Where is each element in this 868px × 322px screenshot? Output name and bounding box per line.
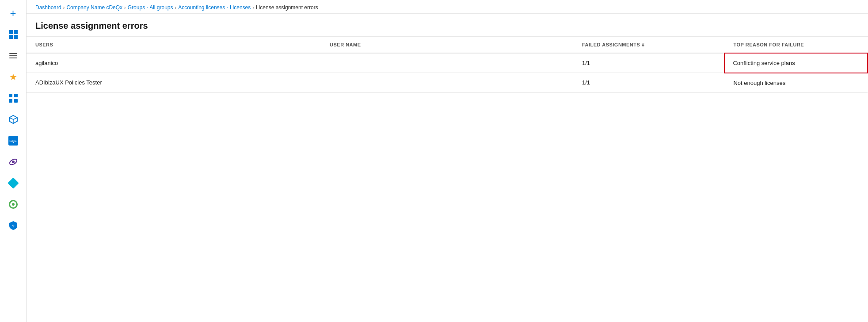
- cell-users: agilanico: [27, 53, 321, 73]
- breadcrumb-groups[interactable]: Groups - All groups: [128, 4, 173, 11]
- grid-icon: [9, 94, 18, 103]
- table-row[interactable]: agilanico1/1Conflicting service plans: [27, 53, 868, 73]
- diamond-icon: [8, 177, 19, 188]
- breadcrumb-current: License assignment errors: [256, 4, 318, 11]
- breadcrumb-sep-3: ›: [175, 5, 177, 10]
- main-content: Dashboard › Company Name cDeQx › Groups …: [27, 0, 868, 322]
- breadcrumb-sep-4: ›: [252, 5, 254, 10]
- cell-reason: Conflicting service plans: [724, 53, 868, 73]
- cell-reason: Not enough licenses: [724, 73, 868, 93]
- cell-failed-assignments: 1/1: [573, 53, 725, 73]
- svg-rect-6: [9, 99, 12, 103]
- sidebar-item-circle-dot[interactable]: [4, 195, 23, 214]
- svg-point-13: [12, 161, 15, 163]
- table-row[interactable]: ADIbizaUX Policies Tester1/1Not enough l…: [27, 73, 868, 93]
- breadcrumb-company[interactable]: Company Name cDeQx: [66, 4, 122, 11]
- svg-rect-5: [14, 94, 18, 97]
- assignment-errors-table: USERS USER NAME FAILED ASSIGNMENTS # TOP…: [27, 37, 868, 93]
- orbit-icon: [8, 157, 18, 167]
- sidebar-item-sql[interactable]: SQL: [4, 131, 23, 150]
- sidebar-item-package[interactable]: [4, 110, 23, 129]
- cell-failed-assignments: 1/1: [573, 73, 725, 93]
- svg-rect-1: [14, 30, 18, 34]
- svg-text:?: ?: [12, 224, 15, 228]
- svg-line-11: [13, 118, 17, 119]
- sidebar-item-list[interactable]: [4, 46, 23, 65]
- shield-icon: ?: [9, 221, 18, 230]
- table-container: USERS USER NAME FAILED ASSIGNMENTS # TOP…: [27, 37, 868, 322]
- sql-icon: SQL: [8, 136, 18, 146]
- sidebar-item-plus[interactable]: +: [4, 4, 23, 23]
- sidebar-item-dashboard[interactable]: [4, 25, 23, 44]
- sidebar-item-shield[interactable]: ?: [4, 216, 23, 235]
- sidebar: + ★ SQL: [0, 0, 27, 322]
- plus-icon: +: [10, 8, 16, 19]
- star-icon: ★: [9, 72, 17, 82]
- svg-rect-0: [9, 30, 13, 34]
- package-icon: [8, 115, 18, 124]
- col-header-users: USERS: [27, 37, 321, 53]
- svg-line-10: [9, 118, 13, 119]
- list-icon: [9, 53, 17, 58]
- cell-username: [321, 73, 573, 93]
- col-header-failed: FAILED ASSIGNMENTS #: [573, 37, 725, 53]
- svg-rect-2: [9, 35, 13, 39]
- dashboard-icon: [9, 30, 18, 39]
- col-header-username: USER NAME: [321, 37, 573, 53]
- sidebar-item-diamond[interactable]: [4, 173, 23, 193]
- sidebar-item-grid[interactable]: [4, 88, 23, 108]
- svg-rect-7: [14, 99, 18, 103]
- page-header: License assignment errors: [27, 14, 868, 37]
- table-header-row: USERS USER NAME FAILED ASSIGNMENTS # TOP…: [27, 37, 868, 53]
- svg-rect-4: [9, 94, 12, 97]
- col-header-reason: TOP REASON FOR FAILURE: [724, 37, 868, 53]
- breadcrumb-dashboard[interactable]: Dashboard: [35, 4, 61, 11]
- sidebar-item-star[interactable]: ★: [4, 67, 23, 87]
- circle-dot-icon: [9, 200, 18, 209]
- cell-users: ADIbizaUX Policies Tester: [27, 73, 321, 93]
- svg-rect-3: [14, 35, 18, 39]
- cell-username: [321, 53, 573, 73]
- breadcrumb: Dashboard › Company Name cDeQx › Groups …: [27, 0, 868, 14]
- breadcrumb-sep-2: ›: [124, 5, 126, 10]
- page-title: License assignment errors: [35, 21, 859, 31]
- sidebar-item-orbit[interactable]: [4, 152, 23, 172]
- breadcrumb-sep-1: ›: [63, 5, 65, 10]
- breadcrumb-licenses[interactable]: Accounting licenses - Licenses: [178, 4, 251, 11]
